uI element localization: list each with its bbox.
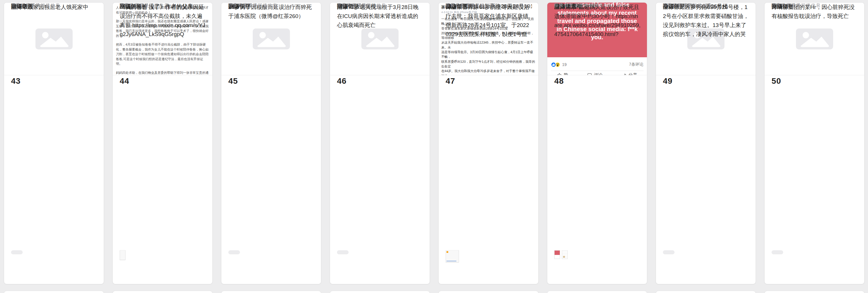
direct-indirect-value: 网络信息 [120,3,206,10]
next-row-card[interactable] [547,291,647,293]
direct-indirect-value: 身边信息 [663,3,749,10]
card-number: 44 [120,77,129,86]
attachment-thumbnail [663,250,675,254]
card-number: 50 [772,77,781,86]
next-row-card[interactable] [656,291,756,293]
card-number: 49 [663,77,673,86]
photo-thumbnail-2 [562,250,568,259]
picture-thumbnails[interactable] [772,250,783,254]
picture-thumbnails[interactable] [228,250,240,254]
comment-button-label: 评论 [594,72,602,75]
attachment-thumbnail [11,250,23,254]
direct-indirect-value: 网络信息 [772,3,858,10]
record-card[interactable]: 茶香禅静 4-3 02:31 来自 iPhone客户端 一名志愿者，昨日我投入路… [438,2,538,284]
comment-button: 评论 [587,72,602,75]
card-number: 48 [554,77,564,86]
card-number: 46 [337,77,347,86]
record-card[interactable]: 43 城市 上海 区 徐汇 地址描述 华欣家园 死者大体描述 独居老人 事件介绍… [4,2,104,284]
direct-indirect-value: 身边信息 [554,3,641,10]
weibo-screenshot-thumbnail [445,250,459,262]
picture-thumbnails[interactable] [445,250,459,262]
next-row-card[interactable] [764,291,865,293]
picture-thumbnails[interactable] [554,250,568,259]
share-button-label: 分享 [629,72,637,75]
record-card[interactable]: 46 城市 上海 区 浦东 地址描述 不明 死者大体描述 77岁老人沈瑞根 事件… [330,2,430,284]
next-row-card[interactable] [330,291,430,293]
next-row-card[interactable] [221,291,321,293]
record-card[interactable]: irresponsible and false statements about… [547,2,647,284]
reaction-row: 19 7条评论 [551,60,644,69]
picture-thumbnails[interactable] [11,250,23,254]
post-action-row: 赞 评论 分享 [547,72,647,75]
record-card[interactable]: 45 城市 上海 区 不明 地址描述 不明 死者大体描述 24岁男子 事件介绍 … [221,2,321,284]
attachment-thumbnail [337,250,349,254]
picture-thumbnails[interactable] [663,250,675,254]
record-card[interactable]: 人都没有这样的机会，一个病人需要几十个人的同时帮助和关怀才有可能获得一丝的机会！… [113,2,213,284]
next-row-card[interactable] [4,291,104,293]
share-button: 分享 [622,72,637,75]
picture-thumbnails[interactable] [120,250,125,260]
picture-thumbnails[interactable] [337,250,349,254]
reaction-count: 19 [562,62,567,67]
like-button: 赞 [557,72,568,75]
record-card[interactable]: 49 城市 上海 区 徐汇 地址描述 徐汇区罗秀路850弄26号楼 死者大体描述… [656,2,756,284]
card-number: 47 [445,77,455,86]
image-placeholder-icon [4,3,104,75]
record-card[interactable]: 50 城市 上海 区 不明 地址描述 不明 死者大体描述 女性HR 事件介绍 丹… [764,2,865,284]
next-row-card[interactable] [113,291,213,293]
attachment-thumbnail [772,250,783,254]
photo-thumbnail-1 [554,250,560,259]
direct-indirect-value: 身边信息 [445,3,532,10]
card-cover [4,3,104,75]
card-number: 43 [11,77,21,86]
attachment-thumbnail [228,250,240,254]
comment-count: 7条评论 [629,62,644,67]
direct-indirect-value: 网络信息 [11,3,97,10]
document-thumbnail [120,250,125,260]
next-card-row [4,291,865,293]
card-number: 45 [228,77,238,86]
direct-indirect-value: 网络信息 [228,3,315,10]
divider [551,70,644,71]
like-reaction-icon [551,62,556,67]
next-row-card[interactable] [438,291,538,293]
like-button-label: 赞 [564,72,568,75]
direct-indirect-value: 网络信息 [337,3,423,10]
card-row: 43 城市 上海 区 徐汇 地址描述 华欣家园 死者大体描述 独居老人 事件介绍… [4,2,865,284]
